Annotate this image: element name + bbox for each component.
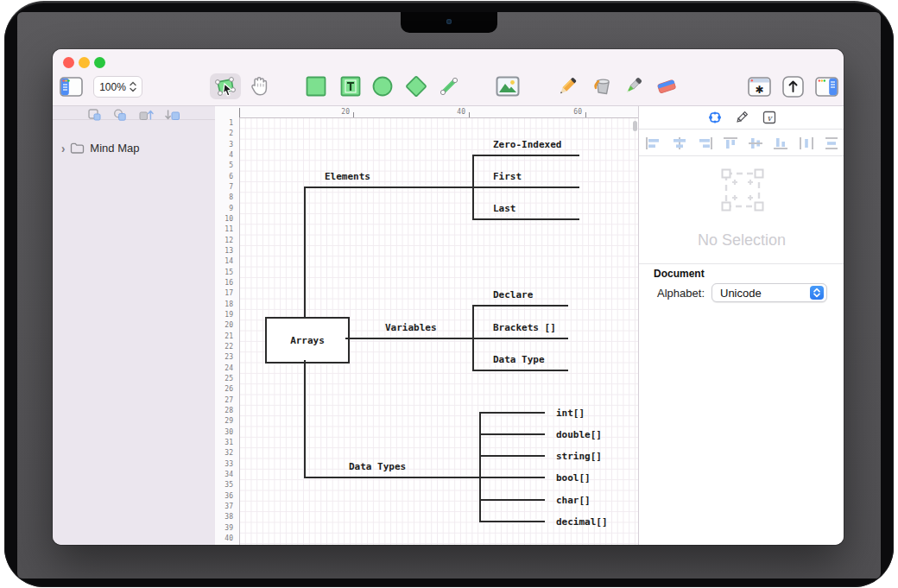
distribute-horizontally-button[interactable] [796, 136, 817, 150]
selection-inspector-icon [707, 111, 723, 124]
move-layer-up-button[interactable] [136, 107, 155, 122]
alphabet-dropdown[interactable]: Unicode [711, 283, 827, 302]
layers-sidebar: › Mind Map [53, 106, 216, 545]
move-layer-down-button[interactable] [162, 107, 181, 122]
minimize-button[interactable] [79, 57, 90, 68]
image-well-button[interactable] [492, 73, 523, 99]
pencil-icon [556, 75, 579, 98]
hand-tool-button[interactable] [243, 73, 275, 99]
alignment-toolbar [639, 130, 844, 156]
diagram-line[interactable] [479, 413, 481, 522]
text-shape-button[interactable] [335, 73, 366, 99]
titlebar: 100% [53, 49, 844, 106]
app-window: 100% [53, 49, 844, 545]
diagram-label[interactable]: Data Type [493, 354, 545, 366]
inspector-panel: v [638, 106, 844, 545]
diagram-line[interactable] [472, 370, 568, 371]
tab-selection-inspector[interactable] [704, 109, 726, 126]
group-selection-button[interactable] [111, 107, 130, 122]
tab-variables-inspector[interactable]: v [758, 109, 781, 126]
drawing-canvas[interactable]: 204060 123456789101112131415161718192021… [215, 106, 638, 545]
close-button[interactable] [63, 57, 74, 68]
sidebar-left-icon [60, 77, 83, 97]
align-center-horizontal-button[interactable] [669, 136, 690, 150]
paint-bucket-tool-button[interactable] [585, 73, 616, 99]
mind-map-diagram: Arrays Zero-IndexedElementsFirstLastVari… [215, 106, 638, 545]
selection-tool-button[interactable] [210, 73, 241, 99]
rectangle-shape-button[interactable] [300, 73, 332, 99]
camera-dot [446, 19, 452, 24]
pencil-tool-button[interactable] [552, 73, 583, 99]
new-layer-icon [88, 109, 102, 121]
zoom-button[interactable] [94, 57, 105, 68]
diagram-label[interactable]: Elements [325, 171, 370, 183]
disclosure-chevron-icon[interactable]: › [61, 140, 65, 155]
ellipse-shape-icon [372, 76, 393, 97]
scrollbar-thumb[interactable] [633, 121, 637, 131]
layer-toolbar [53, 106, 215, 120]
eyedropper-tool-button[interactable] [617, 73, 648, 99]
diagram-label[interactable]: bool[] [556, 473, 591, 484]
diagram-line[interactable] [472, 155, 579, 156]
diagram-line[interactable] [472, 155, 474, 220]
diagram-label[interactable]: Zero-Indexed [493, 139, 561, 151]
stepper-chevrons-icon [130, 81, 136, 92]
sidebar-item-mind-map[interactable]: › Mind Map [61, 139, 139, 156]
zoom-level-control[interactable]: 100% [93, 76, 142, 98]
align-right-button[interactable] [694, 136, 715, 150]
special-characters-button[interactable]: ✱ [743, 73, 775, 99]
diagram-line[interactable] [472, 305, 568, 307]
align-center-vertical-button[interactable] [745, 136, 766, 150]
asterisk-window-icon: ✱ [748, 77, 771, 97]
layer-up-icon [139, 109, 154, 121]
diagram-line[interactable] [479, 499, 545, 501]
diagram-root-box[interactable]: Arrays [265, 317, 350, 364]
diagram-line[interactable] [472, 306, 474, 371]
new-layer-button[interactable] [85, 107, 104, 122]
eraser-tool-button[interactable] [651, 73, 682, 99]
share-button[interactable] [777, 73, 808, 99]
diagram-label[interactable]: Data Types [349, 461, 406, 473]
diagram-line[interactable] [304, 477, 545, 478]
ellipse-shape-button[interactable] [367, 73, 398, 99]
line-shape-button[interactable] [433, 73, 465, 99]
diagram-label[interactable]: decimal[] [556, 517, 608, 528]
selection-tool-icon [213, 76, 237, 98]
document-section-header: Document [654, 268, 705, 280]
diagram-line[interactable] [345, 338, 568, 339]
diagram-label[interactable]: double[] [556, 430, 602, 440]
tab-style-inspector[interactable] [730, 109, 753, 126]
eraser-icon [655, 76, 679, 97]
diagram-line[interactable] [479, 521, 545, 522]
distribute-vertically-button[interactable] [821, 136, 842, 150]
diagram-label[interactable]: First [493, 171, 522, 183]
panel-divider [639, 263, 844, 264]
rectangle-shape-icon [306, 76, 326, 97]
align-left-button[interactable] [643, 136, 664, 150]
diagram-label[interactable]: int[] [556, 408, 585, 419]
diagram-line[interactable] [479, 412, 545, 414]
diagram-label[interactable]: char[] [556, 496, 591, 506]
paint-bucket-icon [589, 76, 611, 97]
no-selection-icon [720, 168, 765, 216]
diagram-line[interactable] [472, 218, 579, 220]
align-bottom-button[interactable] [770, 136, 791, 150]
toggle-right-sidebar-button[interactable] [811, 73, 842, 99]
align-top-button[interactable] [720, 136, 741, 150]
diagram-label[interactable]: Declare [493, 289, 533, 301]
layer-down-icon [165, 109, 180, 121]
diamond-shape-icon [405, 75, 427, 98]
line-shape-icon [438, 75, 460, 98]
diagram-label[interactable]: Last [493, 203, 516, 215]
diagram-line[interactable] [304, 187, 306, 317]
toggle-left-sidebar-button[interactable] [55, 73, 86, 99]
diagram-line[interactable] [479, 433, 545, 435]
diagram-label[interactable]: string[] [556, 452, 602, 462]
diagram-label[interactable]: Brackets [] [493, 322, 556, 334]
diagram-line[interactable] [304, 360, 306, 477]
diagram-label[interactable]: Variables [385, 322, 437, 334]
diamond-shape-button[interactable] [401, 73, 432, 99]
diagram-line[interactable] [479, 455, 545, 457]
share-arrow-icon [782, 76, 804, 98]
diagram-line[interactable] [304, 187, 579, 188]
